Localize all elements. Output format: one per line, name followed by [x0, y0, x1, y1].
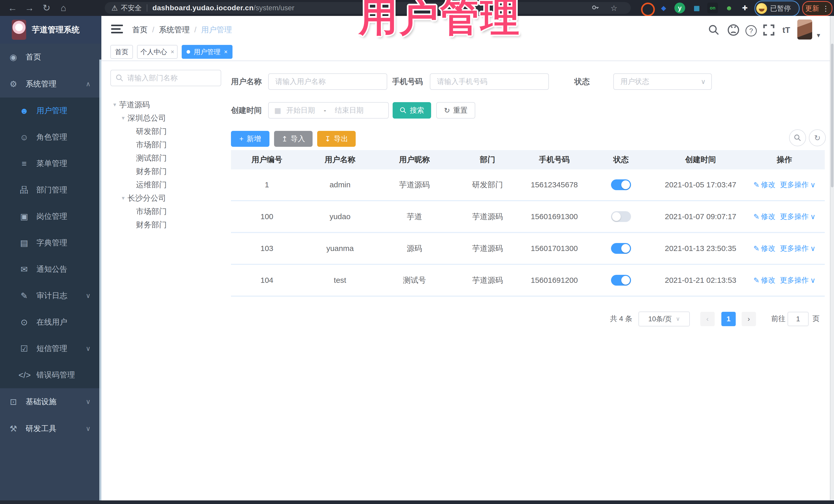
status-toggle[interactable] [611, 275, 631, 286]
sidebar-item-error-code[interactable]: </>错误码管理 [0, 362, 101, 388]
status-toggle[interactable] [611, 243, 631, 254]
import-button[interactable]: ↥ 导入 [274, 131, 312, 147]
tree-expand-icon[interactable]: ▾ [119, 195, 128, 201]
sidebar-item-user[interactable]: ☻用户管理 [0, 97, 101, 124]
tree-node[interactable]: 测试部门 [110, 151, 223, 165]
edit-link[interactable]: ✎修改 [753, 180, 775, 190]
reset-button[interactable]: ↻ 重置 [436, 102, 475, 118]
edit-link[interactable]: ✎修改 [753, 212, 775, 221]
breadcrumb-item[interactable]: 系统管理 [159, 25, 190, 35]
page-title-overlay: 用户管理 [359, 0, 521, 44]
browser-forward-icon[interactable]: → [24, 2, 36, 14]
sidebar-item-notice[interactable]: ✉通知公告 [0, 256, 101, 283]
tab-close-icon[interactable]: × [224, 48, 227, 56]
date-range-input[interactable]: ▦ 开始日期 - 结束日期 [268, 102, 389, 118]
browser-menu-dots-icon[interactable]: ⋮ [822, 4, 829, 13]
export-button[interactable]: ↧ 导出 [317, 131, 356, 147]
tree-node[interactable]: 市场部门 [110, 205, 223, 218]
table-search-toggle-button[interactable] [789, 129, 806, 146]
github-icon[interactable] [727, 24, 740, 36]
sidebar-item-post[interactable]: ▣岗位管理 [0, 203, 101, 230]
fullscreen-icon[interactable] [762, 24, 775, 36]
dept-search-input[interactable]: 请输入部门名称 [110, 70, 221, 86]
tree-node[interactable]: ▾芋道源码 [110, 98, 223, 111]
page-size-select[interactable]: 10条/页 ∨ [638, 311, 690, 326]
more-actions-link[interactable]: 更多操作∨ [780, 243, 815, 253]
not-secure-label[interactable]: 不安全 [121, 3, 142, 13]
help-icon[interactable]: ? [745, 24, 758, 36]
tab-个人中心[interactable]: 个人中心× [137, 45, 178, 59]
sidebar-item-sms[interactable]: ☑短信管理∨ [0, 335, 101, 362]
username-input[interactable]: 请输入用户名称 [268, 73, 387, 90]
browser-reload-icon[interactable]: ↻ [41, 2, 52, 14]
tree-node[interactable]: ▾长沙分公司 [110, 192, 223, 205]
tree-node[interactable]: 市场部门 [110, 138, 223, 151]
tree-node[interactable]: 财务部门 [110, 218, 223, 232]
extension-gem-icon[interactable]: ◆ [658, 3, 669, 13]
tree-expand-icon[interactable]: ▾ [119, 115, 128, 122]
add-button[interactable]: + 新增 [231, 131, 269, 147]
breadcrumb-item[interactable]: 用户管理 [201, 25, 232, 35]
more-actions-link[interactable]: 更多操作∨ [780, 275, 815, 285]
next-page-button[interactable]: › [742, 312, 756, 326]
current-page-button[interactable]: 1 [721, 312, 736, 326]
avatar-caret-icon[interactable]: ▾ [817, 31, 820, 39]
prev-page-button[interactable]: ‹ [700, 312, 715, 326]
edit-link[interactable]: ✎修改 [753, 275, 775, 285]
sidebar-scrollbar[interactable] [99, 60, 101, 504]
sidebar-item-devtools[interactable]: ⚒研发工具∨ [0, 415, 101, 442]
more-actions-link[interactable]: 更多操作∨ [780, 212, 815, 221]
status-select[interactable]: 用户状态 ∨ [613, 73, 712, 90]
browser-profile-chip[interactable]: 已暂停 [754, 1, 799, 17]
sidebar-item-dept[interactable]: 品部门管理 [0, 177, 101, 203]
update-label: 更新 [805, 4, 819, 13]
browser-home-icon[interactable]: ⌂ [58, 2, 69, 14]
extension-squares-icon[interactable]: ▦ [691, 3, 702, 13]
extension-puzzle-icon[interactable]: ✚ [740, 3, 750, 13]
window-scrollbar-thumb[interactable] [831, 44, 833, 187]
user-avatar[interactable] [797, 20, 812, 40]
app-logo[interactable]: 芋道管理系统 [0, 16, 101, 44]
password-key-icon[interactable] [592, 4, 600, 12]
edit-link-label: 修改 [761, 212, 775, 221]
sidebar-item-home[interactable]: ◉首页 [0, 44, 101, 70]
search-icon[interactable] [707, 24, 720, 36]
table-refresh-button[interactable]: ↻ [809, 129, 826, 146]
tree-node[interactable]: 研发部门 [110, 125, 223, 138]
chevron-down-icon: ∨ [86, 425, 91, 433]
toolbox-icon: ⚒ [8, 424, 19, 434]
tree-node[interactable]: 财务部门 [110, 165, 223, 178]
browser-back-icon[interactable]: ← [7, 2, 19, 14]
goto-page-input[interactable]: 1 [788, 312, 809, 326]
sidebar-item-system[interactable]: ⚙系统管理∧ [0, 70, 101, 97]
sidebar-item-dict[interactable]: ▤字典管理 [0, 230, 101, 256]
status-toggle[interactable] [611, 179, 631, 190]
sidebar-item-role[interactable]: ☺角色管理 [0, 124, 101, 150]
tree-node[interactable]: 运维部门 [110, 178, 223, 192]
extension-on-badge-icon[interactable]: on [707, 3, 718, 13]
bookmark-star-icon[interactable]: ☆ [611, 4, 617, 13]
toggle-knob [621, 180, 630, 189]
tree-expand-icon[interactable]: ▾ [110, 101, 119, 108]
edit-link[interactable]: ✎修改 [753, 243, 775, 253]
browser-update-button[interactable]: 更新 ⋮ [802, 1, 832, 16]
sidebar-item-online-user[interactable]: ⊙在线用户 [0, 309, 101, 335]
tree-node[interactable]: ▾深圳总公司 [110, 111, 223, 125]
extension-person-icon[interactable]: ☻ [724, 3, 734, 13]
breadcrumb-item[interactable]: 首页 [132, 25, 148, 35]
more-actions-link[interactable]: 更多操作∨ [780, 180, 815, 190]
sidebar-item-audit-log[interactable]: ✎审计日志∨ [0, 283, 101, 309]
status-label: 状态 [574, 73, 590, 90]
font-size-icon[interactable]: tT [780, 24, 793, 36]
tab-首页[interactable]: 首页 [110, 45, 133, 59]
sidebar-item-infra[interactable]: ⊡基础设施∨ [0, 388, 101, 415]
sidebar-item-menu[interactable]: ≡菜单管理 [0, 150, 101, 177]
tab-用户管理[interactable]: 用户管理× [182, 45, 233, 59]
extension-orange-icon[interactable] [641, 3, 655, 17]
status-toggle[interactable] [611, 211, 631, 222]
collapse-sidebar-icon[interactable] [111, 25, 123, 35]
extension-green-y-icon[interactable]: y [674, 3, 685, 13]
mobile-input[interactable]: 请输入手机号码 [430, 73, 549, 90]
tab-close-icon[interactable]: × [171, 48, 174, 56]
search-button[interactable]: 搜索 [393, 102, 431, 118]
